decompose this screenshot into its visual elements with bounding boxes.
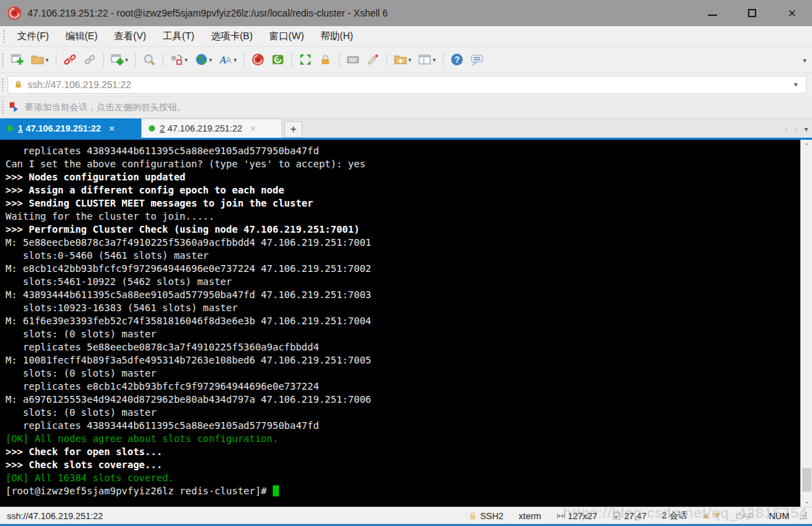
svg-text:?: ? (454, 55, 459, 65)
address-bar[interactable]: ssh://47.106.219.251:22 ▾ (8, 76, 806, 94)
status-bar: ssh://47.106.219.251:22 SSH2 xterm 127x2… (0, 507, 812, 524)
terminal-line: slots:10923-16383 (5461 slots) master (6, 302, 800, 315)
new-tab-button[interactable]: + (284, 121, 302, 138)
menu-item-tools[interactable]: 工具(T) (154, 28, 202, 45)
keyboard-button[interactable] (344, 50, 362, 69)
split-window-caret-icon[interactable]: ▾ (433, 56, 436, 63)
address-input[interactable]: ssh://47.106.219.251:22 (28, 79, 791, 90)
arrange-icon (170, 53, 183, 66)
find-button[interactable] (140, 50, 158, 69)
new-folder-caret-icon[interactable]: ▾ (408, 56, 412, 63)
session-properties-icon (111, 53, 124, 66)
terminal-line: slots: (0 slots) master (6, 367, 800, 380)
terminal-line: >>> Sending CLUSTER MEET messages to joi… (6, 197, 800, 210)
new-session-button[interactable] (8, 50, 27, 69)
tab-label: 47.106.219.251:22 (25, 123, 101, 134)
tab-bar: 147.106.219.251:22×247.106.219.251:22× +… (0, 118, 812, 140)
status-session-url: ssh://47.106.219.251:22 (4, 511, 453, 521)
terminal-output[interactable]: replicates 43893444b611395c5a88ee9105ad5… (0, 140, 800, 507)
split-window-button[interactable]: ▾ (415, 50, 439, 69)
scroll-up-icon[interactable]: ⌃ (801, 140, 812, 151)
tab-nav: ‹ › ▾ (785, 124, 808, 134)
terminal-line: slots:5461-10922 (5462 slots) master (6, 275, 800, 288)
terminal-line: M: 61f6e39e3393feb52c74f3581816046f8d3e6… (6, 315, 800, 328)
new-folder-button[interactable]: ▾ (391, 50, 415, 69)
session-properties-caret-icon[interactable]: ▾ (125, 56, 129, 63)
toolbar-overflow-caret-icon[interactable]: ▾ (803, 56, 806, 64)
window-title: 47.106.219.251:22 - root@izwz9ef5sjam9pv… (28, 8, 692, 19)
menu-item-window[interactable]: 窗口(W) (261, 28, 313, 45)
session-properties-button[interactable]: ▾ (108, 50, 132, 69)
status-lock-icon (468, 512, 477, 520)
feedback-button[interactable] (468, 50, 486, 69)
menu-item-view[interactable]: 查看(V) (106, 28, 155, 45)
arrange-button[interactable]: ▾ (167, 50, 191, 69)
scrollbar-thumb[interactable] (802, 468, 811, 492)
resize-grip-icon[interactable] (799, 512, 808, 520)
xftp-button[interactable] (269, 50, 287, 69)
tab-number: 2 (160, 123, 165, 134)
tab-session-2[interactable]: 247.106.219.251:22× (141, 118, 282, 138)
xshell-button[interactable] (249, 50, 267, 69)
status-protocol: SSH2 (468, 511, 503, 521)
download-arrow-icon[interactable] (714, 513, 720, 518)
scroll-down-icon[interactable]: ⌄ (801, 495, 812, 507)
open-session-caret-icon[interactable]: ▾ (45, 56, 49, 63)
upload-arrow-icon[interactable] (702, 513, 709, 518)
feedback-icon (470, 53, 483, 66)
menu-item-edit[interactable]: 编辑(E) (57, 28, 106, 45)
font-caret-icon[interactable]: ▾ (233, 56, 237, 63)
terminal-line: >>> Check slots coverage... (6, 459, 800, 472)
terminal-line: M: 5e88eecbe0878c3a7f4910225f5360a9acfbb… (6, 236, 800, 249)
terminal-line: replicates e8cb1c42bb93bfcfc9f9729649446… (6, 380, 800, 393)
terminal-line: [root@izwz9ef5sjam9pvfyiz26lz redis-clus… (6, 485, 800, 498)
font-button[interactable]: AA▾ (216, 50, 240, 69)
close-button[interactable]: × (772, 0, 812, 26)
terminal[interactable]: replicates 43893444b611395c5a88ee9105ad5… (0, 140, 812, 507)
terminal-line: >>> Performing Cluster Check (using node… (6, 223, 800, 236)
status-terminal-size-label: 127x27 (568, 511, 598, 521)
encoding-button[interactable]: ▾ (192, 50, 216, 69)
reconnect-button[interactable] (81, 50, 99, 69)
fullscreen-icon (299, 53, 312, 66)
cursor-position-icon (612, 512, 621, 520)
help-button[interactable]: ? (448, 50, 466, 69)
tab-close-icon[interactable]: × (109, 123, 114, 134)
disconnect-button[interactable] (61, 50, 79, 69)
terminal-line: M: 10081fecff4b89f3a5dfe495314b7263e108b… (6, 354, 800, 367)
terminal-line: replicates 43893444b611395c5a88ee9105ad5… (6, 419, 800, 432)
tab-menu-caret-icon[interactable]: ▾ (804, 125, 808, 133)
status-arrows (702, 513, 720, 518)
terminal-line: >>> Nodes configuration updated (6, 171, 800, 184)
fullscreen-button[interactable] (296, 50, 315, 69)
arrange-caret-icon[interactable]: ▾ (185, 56, 188, 63)
menu-item-help[interactable]: 帮助(H) (312, 28, 361, 45)
encoding-caret-icon[interactable]: ▾ (209, 56, 213, 63)
tab-scroll-left-icon[interactable]: ‹ (785, 124, 788, 134)
tab-session-1[interactable]: 147.106.219.251:22× (0, 118, 141, 138)
svg-text:A: A (226, 56, 232, 65)
lock-button[interactable] (316, 50, 335, 69)
highlight-button[interactable] (364, 50, 382, 69)
maximize-button[interactable] (732, 0, 772, 26)
status-cursor-position: 27,47 (612, 511, 647, 521)
help-icon: ? (450, 53, 464, 66)
reconnect-icon (83, 53, 96, 66)
status-session-count[interactable]: 2 会话 (662, 509, 687, 522)
tab-close-icon[interactable]: × (251, 123, 256, 134)
terminal-line: replicates 5e88eecbe0878c3a7f4910225f536… (6, 341, 800, 354)
xshell-app-icon (7, 6, 22, 21)
menu-item-file[interactable]: 文件(F) (9, 28, 57, 45)
terminal-line: M: e8cb1c42bb93bfcfc9f972964944696e0e737… (6, 262, 800, 275)
lock-icon (319, 53, 332, 66)
terminal-scrollbar[interactable]: ⌃ ⌄ (800, 140, 812, 507)
status-terminal-type[interactable]: xterm (519, 511, 541, 521)
tab-scroll-right-icon[interactable]: › (795, 124, 798, 134)
minimize-button[interactable] (692, 0, 732, 26)
open-session-button[interactable]: ▾ (28, 50, 52, 69)
status-num-indicator: NUM (769, 511, 789, 521)
address-dropdown-caret-icon[interactable]: ▾ (791, 81, 800, 88)
menu-item-tab[interactable]: 选项卡(B) (202, 28, 261, 45)
toolbar-separator (291, 53, 292, 67)
terminal-line: Waiting for the cluster to join..... (6, 210, 800, 223)
